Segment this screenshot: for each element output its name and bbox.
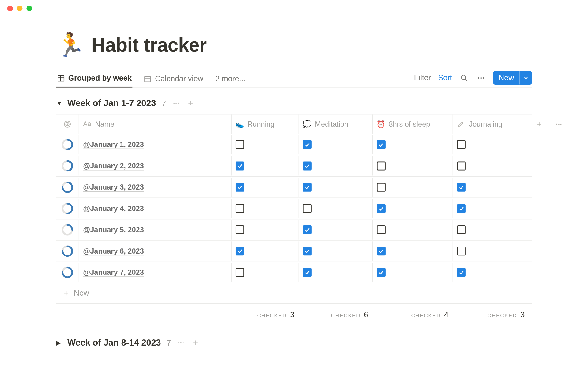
checkbox[interactable] xyxy=(377,225,386,234)
checkbox-cell-running[interactable] xyxy=(231,135,299,154)
checkbox[interactable] xyxy=(236,225,244,234)
group-add-icon[interactable] xyxy=(186,99,195,108)
checkbox[interactable] xyxy=(457,183,466,192)
group-header[interactable]: ▶ Week of Jan 8-14 2023 7 xyxy=(56,337,532,348)
column-progress[interactable] xyxy=(56,114,78,134)
group-add-icon[interactable] xyxy=(191,338,200,347)
checkbox[interactable] xyxy=(457,247,466,255)
column-options-button[interactable] xyxy=(549,114,569,134)
checkbox[interactable] xyxy=(303,225,312,234)
name-cell[interactable]: @January 1, 2023 xyxy=(79,135,231,154)
maximize-window-icon[interactable] xyxy=(26,6,32,11)
checkbox[interactable] xyxy=(377,183,386,192)
checkbox-cell-journaling[interactable] xyxy=(453,220,529,240)
row-date-link[interactable]: @January 2, 2023 xyxy=(83,162,144,170)
checkbox[interactable] xyxy=(377,140,386,149)
name-cell[interactable]: @January 5, 2023 xyxy=(79,220,231,240)
checkbox[interactable] xyxy=(377,268,386,277)
group-more-icon[interactable] xyxy=(177,338,186,347)
checkbox-cell-sleep[interactable] xyxy=(372,135,453,154)
checkbox[interactable] xyxy=(303,183,312,192)
sort-button[interactable]: Sort xyxy=(438,73,452,82)
checkbox[interactable] xyxy=(377,162,386,171)
checkbox[interactable] xyxy=(303,268,312,277)
checkbox-cell-journaling[interactable] xyxy=(453,241,529,261)
checkbox-cell-sleep[interactable] xyxy=(372,263,453,282)
close-window-icon[interactable] xyxy=(7,6,13,11)
checkbox[interactable] xyxy=(303,140,312,149)
column-meditation[interactable]: 💭 Meditation xyxy=(299,114,372,134)
checkbox-cell-journaling[interactable] xyxy=(453,135,529,154)
checkbox-cell-journaling[interactable] xyxy=(453,156,529,176)
checkbox-cell-meditation[interactable] xyxy=(299,135,372,154)
table-row[interactable]: @January 2, 2023 xyxy=(56,155,532,177)
checkbox-cell-running[interactable] xyxy=(231,263,299,282)
checkbox-cell-running[interactable] xyxy=(231,241,299,261)
checkbox-cell-running[interactable] xyxy=(231,178,299,197)
page-emoji-icon[interactable]: 🏃 xyxy=(56,33,85,56)
row-date-link[interactable]: @January 1, 2023 xyxy=(83,140,144,149)
column-running[interactable]: 👟 Running xyxy=(231,114,299,134)
checkbox[interactable] xyxy=(303,162,312,171)
column-name[interactable]: Aa Name xyxy=(79,114,231,134)
minimize-window-icon[interactable] xyxy=(17,6,22,11)
table-row[interactable]: @January 4, 2023 xyxy=(56,198,532,219)
checkbox-cell-meditation[interactable] xyxy=(299,241,372,261)
checkbox-cell-journaling[interactable] xyxy=(453,263,529,282)
checkbox[interactable] xyxy=(303,247,312,255)
group-header[interactable]: ▼ Week of Jan 1-7 2023 7 xyxy=(56,98,532,109)
checkbox[interactable] xyxy=(303,204,312,213)
checkbox[interactable] xyxy=(377,204,386,213)
table-row[interactable]: @January 6, 2023 xyxy=(56,241,532,262)
name-cell[interactable]: @January 7, 2023 xyxy=(79,263,231,282)
checkbox[interactable] xyxy=(236,268,244,277)
checkbox-cell-sleep[interactable] xyxy=(372,156,453,176)
checkbox-cell-meditation[interactable] xyxy=(299,263,372,282)
checkbox-cell-meditation[interactable] xyxy=(299,156,372,176)
checkbox-cell-sleep[interactable] xyxy=(372,178,453,197)
add-column-button[interactable] xyxy=(529,114,549,134)
checkbox[interactable] xyxy=(236,204,244,213)
row-date-link[interactable]: @January 5, 2023 xyxy=(83,226,144,234)
summary-meditation[interactable]: Checked 6 xyxy=(299,304,372,326)
table-row[interactable]: @January 3, 2023 xyxy=(56,177,532,198)
checkbox[interactable] xyxy=(236,140,244,149)
new-button-dropdown[interactable] xyxy=(519,71,532,85)
collapse-triangle-icon[interactable]: ▼ xyxy=(56,100,62,107)
view-tab-more[interactable]: 2 more... xyxy=(215,71,246,87)
checkbox-cell-running[interactable] xyxy=(231,220,299,240)
table-row[interactable]: @January 7, 2023 xyxy=(56,262,532,283)
checkbox-cell-sleep[interactable] xyxy=(372,220,453,240)
checkbox[interactable] xyxy=(457,140,466,149)
page-title[interactable]: Habit tracker xyxy=(92,33,207,56)
row-date-link[interactable]: @January 4, 2023 xyxy=(83,204,144,213)
checkbox[interactable] xyxy=(457,268,466,277)
checkbox[interactable] xyxy=(457,162,466,171)
name-cell[interactable]: @January 4, 2023 xyxy=(79,199,231,218)
add-row-button[interactable]: New xyxy=(56,283,532,304)
group-more-icon[interactable] xyxy=(172,99,181,108)
more-menu-icon[interactable] xyxy=(476,73,486,82)
checkbox[interactable] xyxy=(236,247,244,255)
checkbox-cell-meditation[interactable] xyxy=(299,220,372,240)
view-tab-grouped-by-week[interactable]: Grouped by week xyxy=(56,71,132,88)
checkbox-cell-journaling[interactable] xyxy=(453,178,529,197)
checkbox[interactable] xyxy=(236,162,244,171)
row-date-link[interactable]: @January 3, 2023 xyxy=(83,183,144,192)
summary-running[interactable]: Checked 3 xyxy=(231,304,299,326)
checkbox[interactable] xyxy=(236,183,244,192)
checkbox-cell-sleep[interactable] xyxy=(372,199,453,218)
view-tab-calendar[interactable]: Calendar view xyxy=(143,71,204,87)
search-icon[interactable] xyxy=(459,73,469,82)
expand-triangle-icon[interactable]: ▶ xyxy=(56,339,62,347)
summary-journaling[interactable]: Checked 3 xyxy=(453,304,529,326)
checkbox-cell-journaling[interactable] xyxy=(453,199,529,218)
name-cell[interactable]: @January 6, 2023 xyxy=(79,241,231,261)
checkbox[interactable] xyxy=(377,247,386,255)
new-button[interactable]: New xyxy=(493,71,519,85)
column-journaling[interactable]: Journaling xyxy=(453,114,529,134)
column-sleep[interactable]: ⏰ 8hrs of sleep xyxy=(372,114,453,134)
table-row[interactable]: @January 1, 2023 xyxy=(56,134,532,155)
checkbox-cell-meditation[interactable] xyxy=(299,199,372,218)
summary-sleep[interactable]: Checked 4 xyxy=(372,304,453,326)
